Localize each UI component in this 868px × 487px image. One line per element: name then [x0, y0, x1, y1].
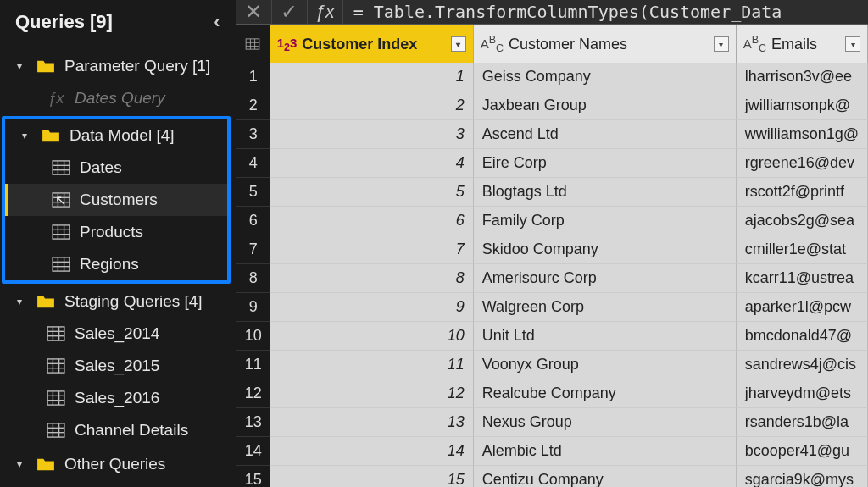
query-item[interactable]: Sales_2016: [0, 382, 236, 414]
cell-index[interactable]: 4: [270, 149, 474, 178]
query-group-header[interactable]: ▾Data Model [4]: [5, 119, 227, 152]
query-item[interactable]: ƒxDates Query: [0, 82, 236, 114]
cell-email[interactable]: rscott2f@printf: [737, 178, 868, 207]
row-header[interactable]: 13: [236, 408, 270, 437]
formula-input[interactable]: [343, 0, 868, 24]
cell-email[interactable]: bcooper41@gu: [737, 437, 868, 466]
row-header[interactable]: 9: [236, 293, 270, 322]
row-header[interactable]: 10: [236, 322, 270, 351]
query-group-header[interactable]: ▾Parameter Query [1]: [0, 50, 236, 82]
table-row[interactable]: 77Skidoo Companycmiller1e@stat: [236, 235, 868, 264]
row-header[interactable]: 2: [236, 91, 270, 120]
table-row[interactable]: 44Eire Corprgreene16@dev: [236, 149, 868, 178]
column-filter-dropdown[interactable]: ▾: [845, 36, 860, 52]
query-item[interactable]: Sales_2015: [0, 350, 236, 382]
cell-email[interactable]: lharrison3v@ee: [737, 63, 868, 91]
cell-name[interactable]: Voonyx Group: [474, 351, 737, 379]
cell-index[interactable]: 1: [270, 63, 474, 91]
row-header[interactable]: 8: [236, 264, 270, 293]
table-row[interactable]: 1111Voonyx Groupsandrews4j@cis: [236, 351, 868, 379]
table-row[interactable]: 88Amerisourc Corpkcarr11@ustrea: [236, 264, 868, 293]
cell-name[interactable]: Jaxbean Group: [474, 91, 737, 120]
table-row[interactable]: 22Jaxbean Groupjwilliamsonpk@: [236, 91, 868, 120]
cell-name[interactable]: Unit Ltd: [474, 322, 737, 351]
row-header[interactable]: 14: [236, 437, 270, 466]
cell-email[interactable]: kcarr11@ustrea: [737, 264, 868, 293]
cell-name[interactable]: Geiss Company: [474, 63, 737, 91]
cell-index[interactable]: 8: [270, 264, 474, 293]
table-row[interactable]: 1515Centizu Companysgarcia9k@mys: [236, 466, 868, 487]
sidebar-collapse-button[interactable]: ‹: [214, 11, 220, 33]
row-header[interactable]: 11: [236, 351, 270, 379]
query-group-header[interactable]: ▾Staging Queries [4]: [0, 285, 236, 318]
cell-email[interactable]: jharveydm@ets: [737, 379, 868, 408]
column-filter-dropdown[interactable]: ▾: [451, 36, 466, 52]
cell-name[interactable]: Amerisourc Corp: [474, 264, 737, 293]
table-row[interactable]: 66Family Corpajacobs2g@sea: [236, 207, 868, 235]
cell-index[interactable]: 14: [270, 437, 474, 466]
fx-icon[interactable]: ƒx: [308, 0, 343, 24]
cell-name[interactable]: Blogtags Ltd: [474, 178, 737, 207]
row-header[interactable]: 5: [236, 178, 270, 207]
row-header[interactable]: 1: [236, 63, 270, 91]
cell-name[interactable]: Family Corp: [474, 207, 737, 235]
cell-name[interactable]: Skidoo Company: [474, 235, 737, 264]
query-group-header[interactable]: ▾Other Queries: [0, 448, 236, 480]
query-item[interactable]: Customers↖: [5, 184, 227, 216]
column-filter-dropdown[interactable]: ▾: [714, 36, 729, 52]
query-item[interactable]: Regions: [5, 248, 227, 280]
formula-commit-button[interactable]: ✓: [272, 0, 308, 24]
table-row[interactable]: 33Ascend Ltdwwilliamson1g@: [236, 120, 868, 149]
row-header[interactable]: 15: [236, 466, 270, 487]
table-row[interactable]: 1414Alembic Ltdbcooper41@gu: [236, 437, 868, 466]
cell-email[interactable]: cmiller1e@stat: [737, 235, 868, 264]
table-row[interactable]: 11Geiss Companylharrison3v@ee: [236, 63, 868, 91]
cell-index[interactable]: 2: [270, 91, 474, 120]
table-row[interactable]: 1010Unit Ltdbmcdonald47@: [236, 322, 868, 351]
column-header[interactable]: ABCCustomer Names▾: [474, 25, 737, 63]
cell-email[interactable]: sandrews4j@cis: [737, 351, 868, 379]
cell-name[interactable]: Ascend Ltd: [474, 120, 737, 149]
table-row[interactable]: 1313Nexus Grouprsanders1b@la: [236, 408, 868, 437]
grid-corner-cell[interactable]: [236, 25, 270, 63]
cell-index[interactable]: 9: [270, 293, 474, 322]
cell-index[interactable]: 6: [270, 207, 474, 235]
query-item[interactable]: Products: [5, 216, 227, 248]
query-item[interactable]: Sales_2014: [0, 318, 236, 350]
table-row[interactable]: 1212Realcube Companyjharveydm@ets: [236, 379, 868, 408]
query-item[interactable]: Dates: [5, 152, 227, 184]
cell-index[interactable]: 5: [270, 178, 474, 207]
cell-name[interactable]: Nexus Group: [474, 408, 737, 437]
cell-name[interactable]: Walgreen Corp: [474, 293, 737, 322]
table-row[interactable]: 55Blogtags Ltdrscott2f@printf: [236, 178, 868, 207]
query-item[interactable]: Channel Details: [0, 414, 236, 446]
cell-index[interactable]: 12: [270, 379, 474, 408]
cell-email[interactable]: rsanders1b@la: [737, 408, 868, 437]
cell-index[interactable]: 15: [270, 466, 474, 487]
table-row[interactable]: 99Walgreen Corpaparker1l@pcw: [236, 293, 868, 322]
column-header[interactable]: 123Customer Index▾: [270, 25, 474, 63]
cell-index[interactable]: 11: [270, 351, 474, 379]
formula-cancel-button[interactable]: ✕: [236, 0, 272, 24]
cell-email[interactable]: sgarcia9k@mys: [737, 466, 868, 487]
cell-index[interactable]: 13: [270, 408, 474, 437]
cell-email[interactable]: wwilliamson1g@: [737, 120, 868, 149]
row-header[interactable]: 7: [236, 235, 270, 264]
row-header[interactable]: 3: [236, 120, 270, 149]
cell-email[interactable]: ajacobs2g@sea: [737, 207, 868, 235]
cell-email[interactable]: rgreene16@dev: [737, 149, 868, 178]
column-header[interactable]: ABCEmails▾: [737, 25, 868, 63]
cell-name[interactable]: Centizu Company: [474, 466, 737, 487]
cell-name[interactable]: Eire Corp: [474, 149, 737, 178]
cell-index[interactable]: 10: [270, 322, 474, 351]
cell-email[interactable]: aparker1l@pcw: [737, 293, 868, 322]
cell-email[interactable]: bmcdonald47@: [737, 322, 868, 351]
cell-email[interactable]: jwilliamsonpk@: [737, 91, 868, 120]
cell-name[interactable]: Realcube Company: [474, 379, 737, 408]
row-header[interactable]: 6: [236, 207, 270, 235]
cell-name[interactable]: Alembic Ltd: [474, 437, 737, 466]
row-header[interactable]: 12: [236, 379, 270, 408]
row-header[interactable]: 4: [236, 149, 270, 178]
cell-index[interactable]: 3: [270, 120, 474, 149]
cell-index[interactable]: 7: [270, 235, 474, 264]
